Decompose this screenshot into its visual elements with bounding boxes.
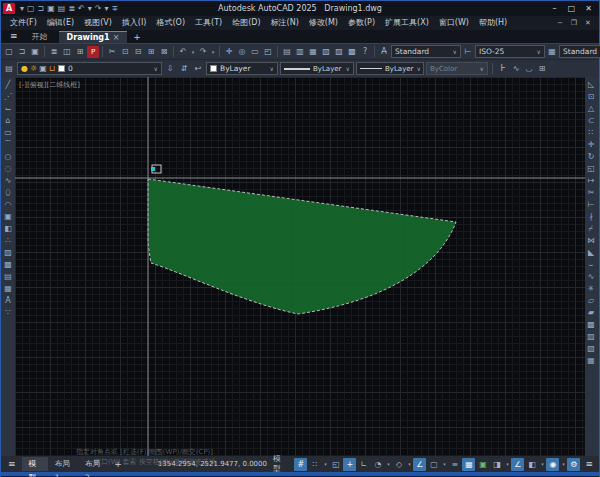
ortho-mode[interactable]: ∟	[357, 458, 370, 471]
transparency[interactable]: ▦	[462, 458, 475, 471]
hatch-icon[interactable]: ▨	[2, 247, 14, 258]
help-icon[interactable]: ?	[359, 46, 371, 58]
menu-item[interactable]: 格式(O)	[151, 16, 190, 30]
customization-icon[interactable]: ≡	[581, 459, 597, 469]
stretch-icon[interactable]: ↦	[585, 175, 597, 186]
app-logo-icon[interactable]: A	[3, 3, 15, 14]
point-icon[interactable]: ∴	[2, 235, 14, 246]
layer-dropdown[interactable]: ● ☼ ▣ ⊔ 0 ∨	[17, 62, 162, 75]
open-icon[interactable]: ⊐	[38, 4, 45, 14]
rotate-icon[interactable]: ↻	[585, 151, 597, 162]
isometric-drafting[interactable]: ◇	[392, 458, 405, 471]
layout-menu-icon[interactable]: ≡	[3, 459, 21, 469]
file-tabs-menu-icon[interactable]: ≡	[4, 30, 24, 43]
osnap-3d-dropdown-icon[interactable]: ▾	[504, 461, 510, 467]
create-block-icon[interactable]: ◧	[2, 223, 14, 234]
text-style-dropdown[interactable]: Standard∨	[391, 45, 461, 58]
menu-item[interactable]: 绘图(D)	[227, 16, 265, 30]
export-pdf-icon[interactable]: P	[87, 46, 99, 58]
redo-caret-icon[interactable]: ▾	[210, 46, 216, 58]
new-tab-button[interactable]: +	[127, 31, 147, 43]
undo-icon[interactable]: ↶	[177, 46, 189, 58]
layout-tab[interactable]: 布局1	[48, 457, 78, 471]
plot-icon[interactable]: ≣	[48, 46, 60, 58]
menu-item[interactable]: 帮助(H)	[474, 16, 512, 30]
color-dropdown[interactable]: ByLayer∨	[206, 62, 278, 75]
table-style-icon[interactable]: ▦	[546, 46, 558, 58]
doc-close-button[interactable]: ✕	[581, 17, 595, 30]
move-icon[interactable]: ✛	[585, 139, 597, 150]
polygon-icon[interactable]: ⌂	[2, 115, 14, 126]
copy-icon[interactable]: ⊡	[119, 46, 131, 58]
menu-item[interactable]: 标注(N)	[266, 16, 304, 30]
selection-filtering[interactable]: ◧	[525, 458, 538, 471]
new-icon[interactable]: ▢	[27, 4, 35, 14]
match-properties-icon[interactable]: ⊠	[158, 46, 170, 58]
erase-icon[interactable]: ◺	[585, 79, 597, 90]
text-style-icon[interactable]: A̶	[378, 46, 390, 58]
qat-customize-icon[interactable]: ∓	[112, 4, 119, 14]
save-icon[interactable]: ▣	[29, 46, 41, 58]
ellipse-arc-icon[interactable]: ◠	[2, 199, 14, 210]
region-icon[interactable]: ▤	[2, 271, 14, 282]
rectangle-icon[interactable]: ▭	[2, 127, 14, 138]
ellipse-icon[interactable]: ⬯	[2, 187, 14, 198]
ext-tool-1-icon[interactable]: Ⱶ	[497, 63, 509, 75]
make-layer-current-icon[interactable]: ⇩	[164, 63, 176, 75]
new-icon[interactable]: ▢	[3, 46, 15, 58]
pointcloud-icon[interactable]: ∵	[2, 307, 14, 318]
ext-tool-4-icon[interactable]: ⊞	[536, 63, 548, 75]
line-icon[interactable]: ╱	[2, 79, 14, 90]
menu-item[interactable]: 修改(M)	[304, 16, 343, 30]
scale-icon[interactable]: ◱	[585, 163, 597, 174]
fillet-icon[interactable]: ⌣	[585, 259, 597, 270]
revision-cloud-icon[interactable]: ◌	[2, 163, 14, 174]
osnap-tracking[interactable]: ∠	[413, 458, 426, 471]
selection-filtering-dropdown-icon[interactable]: ▾	[539, 461, 545, 467]
undo-caret-icon[interactable]: ▾	[88, 4, 92, 14]
redo-icon[interactable]: ↷	[197, 46, 209, 58]
object-snap-dropdown-icon[interactable]: ▾	[441, 461, 447, 467]
break-at-point-icon[interactable]: ∤	[585, 211, 597, 222]
doc-minimize-button[interactable]: −	[553, 17, 567, 30]
selection-cycling[interactable]: ▣	[476, 458, 489, 471]
layer-match-icon[interactable]: ⇵	[178, 63, 190, 75]
grid-toggle[interactable]: #	[294, 458, 307, 471]
infer-constraints[interactable]: ◱	[329, 458, 342, 471]
toolpalettes-icon[interactable]: ▦	[307, 46, 319, 58]
trim-icon[interactable]: ✂	[585, 187, 597, 198]
selected-hatch-polygon[interactable]	[148, 179, 456, 314]
multiline-text-icon[interactable]: A	[2, 295, 14, 306]
menu-item[interactable]: 文件(F)	[5, 16, 42, 30]
menu-item[interactable]: 参数(P)	[343, 16, 380, 30]
copy-base-icon[interactable]: ⊞	[145, 46, 157, 58]
menu-item[interactable]: 窗口(W)	[434, 16, 474, 30]
dynamic-ucs[interactable]: ∠	[511, 458, 524, 471]
layer-properties-icon[interactable]: ▤	[3, 63, 15, 75]
insert-block-icon[interactable]: ▣	[2, 211, 14, 222]
bring-to-front-icon[interactable]: ▱	[585, 295, 597, 306]
send-to-back-icon[interactable]: ▰	[585, 307, 597, 318]
table-icon[interactable]: ▦	[2, 283, 14, 294]
save-icon[interactable]: ▣	[47, 4, 55, 14]
menu-item[interactable]: 编辑(E)	[42, 16, 79, 30]
model-space-canvas[interactable]: [-][俯视][二维线框]	[15, 77, 585, 456]
arc-icon[interactable]: ⌒	[2, 139, 14, 150]
menu-item[interactable]: 插入(I)	[117, 16, 152, 30]
properties-icon[interactable]: ▤	[281, 46, 293, 58]
workspace-switching[interactable]: ⚙	[567, 458, 580, 471]
text-to-front-icon[interactable]: ▧	[585, 343, 597, 354]
undo-caret-icon[interactable]: ▾	[190, 46, 196, 58]
construction-line-icon[interactable]: ⋰	[2, 91, 14, 102]
maximize-button[interactable]: □	[563, 2, 580, 16]
ext-tool-3-icon[interactable]: ◡	[523, 63, 535, 75]
layout-tab[interactable]: 模型	[22, 457, 48, 471]
model-space-toggle[interactable]: 模型	[268, 454, 291, 474]
file-tab[interactable]: 开始	[24, 31, 59, 43]
calculator-icon[interactable]: ▩	[346, 46, 358, 58]
bring-above-icon[interactable]: ▩	[585, 319, 597, 330]
menu-item[interactable]: 工具(T)	[190, 16, 227, 30]
hatch-to-back-icon[interactable]: ▦	[585, 355, 597, 366]
designcenter-icon[interactable]: ▥	[294, 46, 306, 58]
annotation-scale[interactable]: ◉	[546, 458, 559, 471]
